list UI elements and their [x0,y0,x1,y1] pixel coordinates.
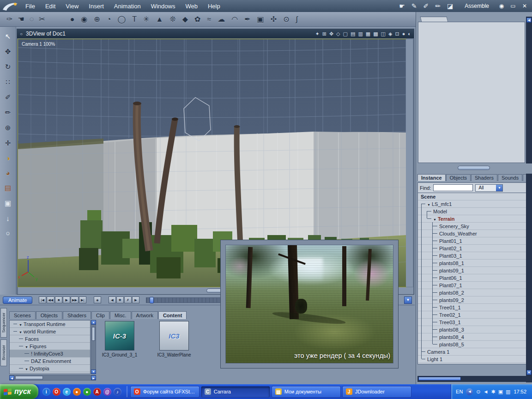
scene-tree-item[interactable]: plants09_1 [418,267,526,274]
task-button[interactable]: ▤ Мои документы [272,386,341,398]
viewport-title-bar[interactable]: ○ 3DView of Doc1 ✦⊞✥◇▢▤▥▦▩◫◈⊡●◐ [17,29,414,38]
animate-button[interactable]: Animate [3,296,32,304]
walkthrough-tool-icon[interactable]: ✣ [271,15,277,24]
ql-messenger-icon[interactable]: i [42,388,50,396]
camera-view-icon[interactable]: ⊡ [395,31,399,37]
next-keyframe-button[interactable]: ▶ [132,296,139,303]
scene-tree-vscrollbar[interactable]: ▼ [526,174,532,382]
scene-tree-item[interactable]: plants08_4 [418,333,526,341]
content-tree-hscrollbar[interactable]: ◀ ▶ [9,375,96,381]
scroll-up-button[interactable]: ▲ [91,320,96,325]
scene-tree-item[interactable]: plants08_3 [418,326,526,333]
move-tool-icon[interactable]: ✥ [5,48,11,56]
scene-tree-item[interactable]: Clouds_Weather [418,230,526,237]
render-preview-icon[interactable]: ✦ [315,31,319,37]
viewport-collapse-icon[interactable]: ○ [20,31,23,36]
shader-ball-icon[interactable]: ◑ [6,154,10,162]
content-tree-item[interactable]: Faces [10,335,90,343]
pen-spline-tool-icon[interactable]: ✒ [244,15,250,24]
tray-volume-icon[interactable]: ◄ [484,389,489,395]
scene-tree-item[interactable]: Tree03_1 [418,319,526,326]
scene-tree-item[interactable]: Terrain [418,215,526,223]
content-tree-item[interactable]: Dystopia [10,365,90,372]
brick-tool-icon[interactable]: ▤ [5,184,11,192]
dome-tool-icon[interactable]: ◠ [231,15,238,24]
scroll-down-button[interactable]: ▼ [526,370,532,375]
zoom-tool-icon[interactable]: ○ [6,229,10,237]
rock-tool-icon[interactable]: ◆ [182,15,188,24]
textured-mode-icon[interactable]: ▩ [373,31,378,37]
start-button[interactable]: пуск [0,384,38,399]
ql-media-icon[interactable]: ● [73,388,81,396]
knife-tool-icon[interactable]: ✐ [423,2,429,10]
camera-tool-icon[interactable]: ▣ [257,15,264,24]
hotpoint-tool-icon[interactable]: ⊕ [5,124,11,132]
scene-tree-item[interactable]: plants08_5 [418,341,526,348]
ql-opera-icon[interactable]: O [53,388,60,396]
ql-ie-icon[interactable]: e [63,388,71,396]
thumbnail-image[interactable]: IC-3 [105,321,134,351]
pan-hand-icon[interactable]: ☚ [18,15,24,24]
sphere-tool-icon[interactable]: ● [70,15,75,24]
scene-tree-item[interactable]: Plant03_1 [418,252,526,260]
properties-vscrollbar[interactable]: ◀ [526,17,532,163]
scene-tree-item[interactable]: Plant07_1 [418,282,526,289]
menu-item[interactable]: File [20,3,40,10]
tray-network-icon[interactable]: ▣ [498,389,503,395]
content-tree-vscrollbar[interactable]: ▲ ▼ [91,320,96,374]
chevron-down-icon[interactable]: ▼ [496,185,502,191]
room-label[interactable]: Assemble [465,3,489,9]
scene-tree-item[interactable]: Tree02_1 [418,311,526,319]
panel-collapse-button[interactable]: ◀ [526,18,532,23]
particle-emitter-tool-icon[interactable]: ✳ [143,15,149,24]
close-button[interactable]: ✕ [521,3,528,9]
phong-mode-icon[interactable]: ▦ [366,31,370,37]
geosphere-tool-icon[interactable]: ⊕ [94,15,100,24]
browser-tab[interactable]: Scenes [9,311,36,319]
scroll-down-button[interactable]: ▼ [91,369,96,374]
tray-update-icon[interactable]: ⊙ [476,389,480,395]
find-input[interactable] [433,184,473,191]
spray-tool-icon[interactable]: ✑ [6,15,12,24]
browser-tab[interactable]: Misc. [110,311,131,319]
scene-tree-item[interactable]: Plant02_1 [418,245,526,252]
gouraud-mode-icon[interactable]: ▥ [358,31,363,37]
tray-display-icon[interactable]: ▥ [506,389,510,395]
scale-tool-icon[interactable]: ∷ [6,78,10,86]
texture-ball-icon[interactable]: ◕ [6,169,10,177]
instance-tab[interactable]: Shaders [471,174,497,181]
eye-icon[interactable]: ◉ [498,3,505,9]
ocean-tool-icon[interactable]: ≈ [207,15,211,24]
ql-icq-icon[interactable]: ● [83,388,91,396]
play-button[interactable]: ▶ [63,296,70,303]
browser-tab[interactable]: Artwork [132,311,158,319]
scene-tree-item[interactable]: Model [418,208,526,215]
metaball-tool-icon[interactable]: ◔ [107,15,111,24]
shaded-sphere-icon[interactable]: ● [402,31,405,36]
menu-item[interactable]: Windows [146,3,181,10]
delete-keyframe-button[interactable]: ✗ [124,296,132,303]
instance-tab[interactable]: Instance [417,174,446,181]
scene-tree-hscrollbar[interactable] [417,376,526,382]
cloud-tool-icon[interactable]: ☁ [218,15,225,24]
next-frame-button[interactable]: ▶▶ [71,296,79,303]
add-keyframe-button[interactable]: ✚ [116,296,124,303]
go-end-button[interactable]: ▶| [79,296,86,303]
eyedropper-tool-icon[interactable]: ✐ [5,93,11,102]
scene-tree-item[interactable]: Tree01_1 [418,304,526,311]
vertex-object-tool-icon[interactable]: ◉ [81,15,87,24]
scene-tree-item[interactable]: LS_mfc1 [418,200,526,208]
scene-tree-item[interactable]: Scenery_Sky [418,223,526,230]
scene-tree-item[interactable]: Plant06_1 [418,274,526,282]
menu-item[interactable]: Edit [40,3,60,10]
gizmo-tool-icon[interactable]: ✛ [5,139,11,147]
instance-tab[interactable]: Sounds [498,174,522,181]
panel-splitter-handle[interactable] [458,166,490,170]
ql-mail-icon[interactable]: @ [103,388,111,396]
text-tool-icon[interactable]: T [132,15,137,24]
ql-winamp-icon[interactable]: ♪ [114,388,121,396]
scroll-right-button[interactable]: ▶ [91,375,96,380]
timeline-handle[interactable] [150,297,154,303]
menu-item[interactable]: View [60,3,84,10]
content-tree-item[interactable]: DAZ Environment [10,357,90,365]
